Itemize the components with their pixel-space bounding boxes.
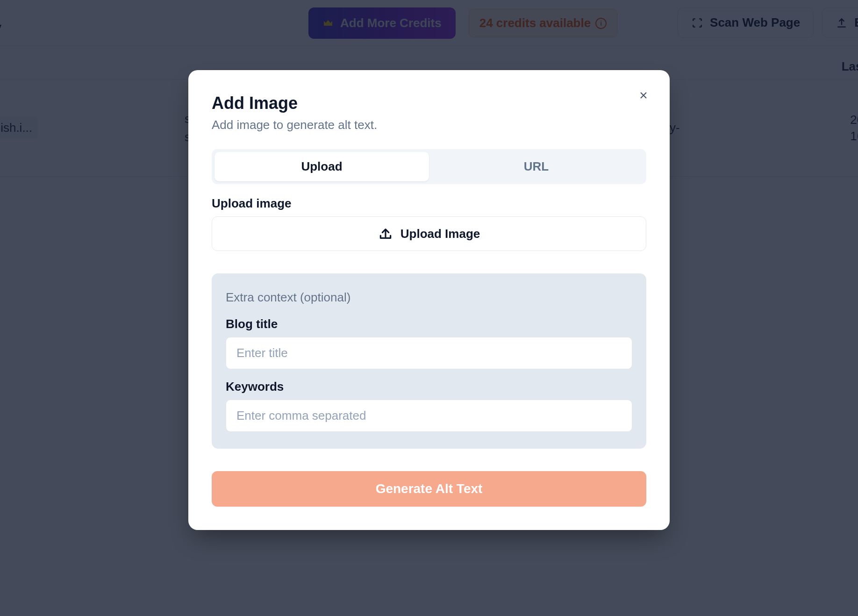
tab-url[interactable]: URL [429,152,644,181]
modal-overlay[interactable]: Add Image Add image to generate alt text… [0,0,858,616]
modal-subtitle: Add image to generate alt text. [212,118,646,132]
close-icon [638,90,649,101]
upload-image-button-label: Upload Image [400,227,480,241]
blog-title-field-group: Blog title [226,317,632,369]
upload-image-label: Upload image [212,196,646,211]
extra-context-section: Extra context (optional) Blog title Keyw… [212,273,646,449]
upload-image-button[interactable]: Upload Image [212,216,646,251]
tabs: Upload URL [212,149,646,184]
blog-title-input[interactable] [226,337,632,369]
keywords-field-group: Keywords [226,380,632,432]
keywords-label: Keywords [226,380,632,394]
modal-title: Add Image [212,93,646,113]
keywords-input[interactable] [226,400,632,432]
blog-title-label: Blog title [226,317,632,331]
close-button[interactable] [638,90,649,101]
upload-icon [378,226,393,241]
extra-context-heading: Extra context (optional) [226,290,632,305]
tab-upload[interactable]: Upload [214,152,429,181]
add-image-modal: Add Image Add image to generate alt text… [188,70,670,530]
generate-alt-text-button[interactable]: Generate Alt Text [212,471,646,507]
